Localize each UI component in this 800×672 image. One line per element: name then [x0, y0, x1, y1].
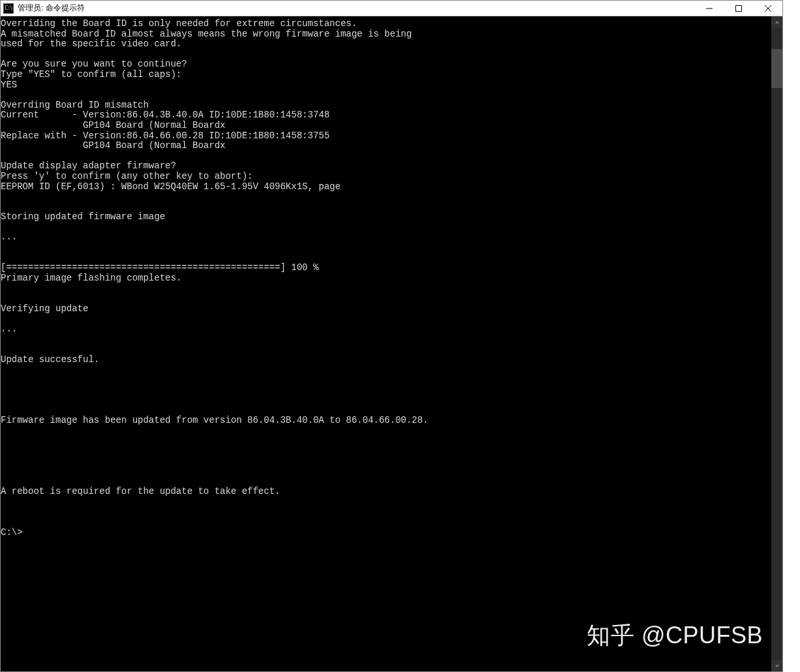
window-controls [694, 1, 782, 16]
scroll-thumb[interactable] [771, 49, 782, 88]
vertical-scrollbar[interactable] [771, 16, 782, 671]
chevron-up-icon [775, 20, 780, 25]
command-prompt-window: C:\ 管理员: 命令提示符 Overriding the Board ID i… [0, 0, 783, 672]
close-button[interactable] [753, 1, 782, 16]
minimize-button[interactable] [694, 1, 724, 16]
scroll-up-button[interactable] [771, 16, 782, 27]
maximize-icon [735, 5, 742, 12]
terminal-area: Overriding the Board ID is only needed f… [1, 16, 782, 671]
window-title: 管理员: 命令提示符 [18, 3, 85, 14]
cmd-icon: C:\ [3, 3, 14, 14]
scroll-down-button[interactable] [771, 660, 782, 671]
titlebar[interactable]: C:\ 管理员: 命令提示符 [1, 1, 782, 16]
maximize-button[interactable] [724, 1, 753, 16]
chevron-down-icon [775, 664, 780, 669]
close-icon [765, 5, 771, 12]
minimize-icon [706, 5, 713, 12]
terminal-output[interactable]: Overriding the Board ID is only needed f… [1, 16, 771, 671]
svg-rect-1 [735, 5, 741, 11]
